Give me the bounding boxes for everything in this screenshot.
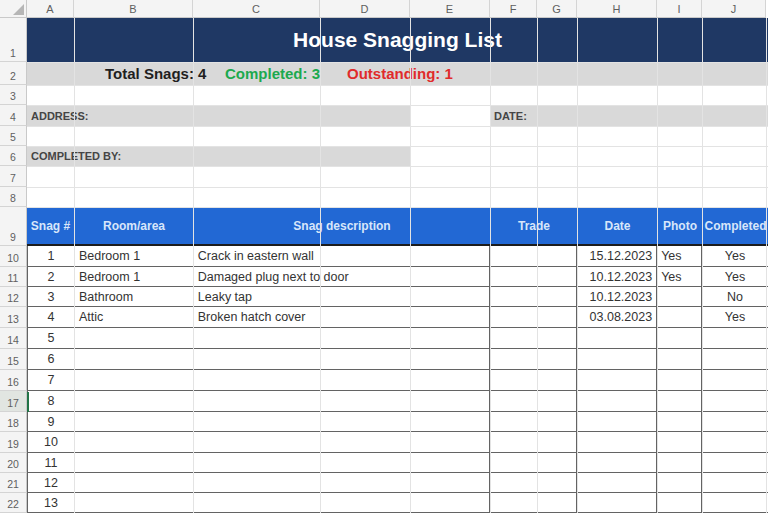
row-header-19[interactable]: 19: [0, 432, 27, 453]
cell-snag[interactable]: 2: [28, 267, 75, 286]
cell-trade[interactable]: [490, 412, 577, 431]
table-header-snag[interactable]: Snag #: [27, 207, 74, 244]
cell-photo[interactable]: [657, 328, 702, 348]
cell-snag[interactable]: 8: [28, 391, 75, 411]
column-header-c[interactable]: C: [193, 0, 320, 18]
cell-room[interactable]: [75, 412, 194, 431]
column-header-d[interactable]: D: [320, 0, 410, 18]
cell-snag[interactable]: 11: [28, 453, 75, 472]
row-header-11[interactable]: 11: [0, 267, 27, 287]
column-header-e[interactable]: E: [410, 0, 490, 18]
cell-completed[interactable]: [702, 328, 768, 348]
cell-snag[interactable]: 10: [28, 432, 75, 452]
cell-date[interactable]: 10.12.2023: [577, 287, 657, 306]
cell-photo[interactable]: Yes: [657, 267, 702, 286]
row-header-5[interactable]: 5: [0, 126, 27, 146]
cell-date[interactable]: [577, 453, 657, 472]
cell-snag[interactable]: 7: [28, 370, 75, 390]
cell-date[interactable]: [577, 473, 657, 492]
cell-completed[interactable]: [702, 412, 768, 431]
cell-completed[interactable]: [702, 432, 768, 452]
cell-desc[interactable]: Broken hatch cover: [194, 307, 491, 327]
row-header-4[interactable]: 4: [0, 105, 27, 126]
cell-desc[interactable]: [194, 391, 491, 411]
cell-room[interactable]: [75, 370, 194, 390]
cell-trade[interactable]: [490, 328, 577, 348]
cell-completed[interactable]: Yes: [702, 307, 768, 327]
row-header-9[interactable]: 9: [0, 207, 27, 246]
table-header-date[interactable]: Date: [577, 207, 657, 244]
row-header-22[interactable]: 22: [0, 493, 27, 513]
row-header-16[interactable]: 16: [0, 370, 27, 391]
cell-photo[interactable]: [657, 370, 702, 390]
cell-trade[interactable]: [490, 473, 577, 492]
cell-trade[interactable]: [490, 432, 577, 452]
cell-room[interactable]: Bedroom 1: [75, 246, 194, 266]
address-field[interactable]: ADDRESS:: [27, 105, 410, 126]
completed-by-field[interactable]: COMPLETED BY:: [27, 146, 410, 166]
row-header-18[interactable]: 18: [0, 412, 27, 432]
cell-photo[interactable]: Yes: [657, 246, 702, 266]
cell-photo[interactable]: [657, 493, 702, 512]
cell-completed[interactable]: [702, 493, 768, 512]
column-header-g[interactable]: G: [537, 0, 577, 18]
cell-completed[interactable]: No: [702, 287, 768, 306]
cell-room[interactable]: [75, 432, 194, 452]
cell-trade[interactable]: [490, 307, 577, 327]
table-header-photo[interactable]: Photo: [657, 207, 702, 244]
cell-trade[interactable]: [490, 493, 577, 512]
cell-date[interactable]: [577, 328, 657, 348]
column-header-i[interactable]: I: [657, 0, 702, 18]
table-header-completed[interactable]: Completed: [702, 207, 768, 244]
cell-snag[interactable]: 5: [28, 328, 75, 348]
cell-date[interactable]: [577, 391, 657, 411]
cell-desc[interactable]: Leaky tap: [194, 287, 491, 306]
cell-trade[interactable]: [490, 287, 577, 306]
row-header-20[interactable]: 20: [0, 453, 27, 473]
cell-desc[interactable]: [194, 432, 491, 452]
cell-trade[interactable]: [490, 453, 577, 472]
table-header-desc[interactable]: Snag description: [193, 207, 490, 244]
cell-photo[interactable]: [657, 391, 702, 411]
table-header-trade[interactable]: Trade: [490, 207, 577, 244]
cell-snag[interactable]: 6: [28, 349, 75, 369]
cell-trade[interactable]: [490, 391, 577, 411]
row-header-14[interactable]: 14: [0, 328, 27, 349]
cell-trade[interactable]: [490, 349, 577, 369]
cell-date[interactable]: [577, 493, 657, 512]
cell-room[interactable]: [75, 473, 194, 492]
cell-date[interactable]: [577, 370, 657, 390]
cell-desc[interactable]: [194, 473, 491, 492]
column-header-f[interactable]: F: [490, 0, 537, 18]
cell-snag[interactable]: 12: [28, 473, 75, 492]
cell-desc[interactable]: [194, 493, 491, 512]
cell-photo[interactable]: [657, 412, 702, 431]
cell-snag[interactable]: 9: [28, 412, 75, 431]
cell-photo[interactable]: [657, 453, 702, 472]
cell-desc[interactable]: Crack in eastern wall: [194, 246, 491, 266]
row-header-1[interactable]: 1: [0, 18, 27, 62]
cell-desc[interactable]: [194, 412, 491, 431]
cell-completed[interactable]: Yes: [702, 267, 768, 286]
cell-completed[interactable]: [702, 473, 768, 492]
row-header-12[interactable]: 12: [0, 287, 27, 307]
cell-room[interactable]: [75, 328, 194, 348]
cell-room[interactable]: Bedroom 1: [75, 267, 194, 286]
cell-trade[interactable]: [490, 267, 577, 286]
select-all-corner[interactable]: [0, 0, 27, 18]
column-header-j[interactable]: J: [702, 0, 766, 18]
row-header-21[interactable]: 21: [0, 473, 27, 493]
cell-room[interactable]: [75, 453, 194, 472]
cell-room[interactable]: [75, 493, 194, 512]
row-header-3[interactable]: 3: [0, 85, 27, 105]
cell-completed[interactable]: [702, 349, 768, 369]
cell-completed[interactable]: [702, 391, 768, 411]
cell-photo[interactable]: [657, 287, 702, 306]
cell-room[interactable]: [75, 391, 194, 411]
cell-room[interactable]: Attic: [75, 307, 194, 327]
row-header-15[interactable]: 15: [0, 349, 27, 370]
row-header-17[interactable]: 17: [0, 391, 27, 412]
cell-completed[interactable]: [702, 453, 768, 472]
cell-snag[interactable]: 1: [28, 246, 75, 266]
cell-snag[interactable]: 13: [28, 493, 75, 512]
